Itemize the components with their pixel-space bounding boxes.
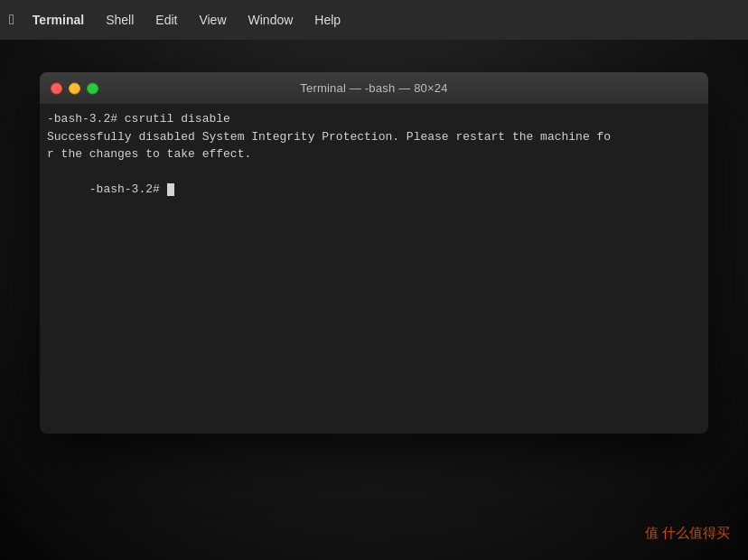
terminal-cursor: [167, 183, 174, 196]
title-bar: Terminal — -bash — 80×24: [40, 72, 708, 105]
window-title: Terminal — -bash — 80×24: [300, 81, 447, 95]
terminal-line-1: -bash-3.2# csrutil disable: [47, 110, 701, 128]
maximize-button[interactable]: [87, 82, 98, 94]
menu-help[interactable]: Help: [305, 9, 350, 31]
watermark-text: 值 什么值得买: [645, 525, 730, 540]
close-button[interactable]: [51, 82, 62, 94]
terminal-line-4: -bash-3.2#: [47, 163, 701, 217]
watermark: 值 什么值得买: [645, 525, 730, 542]
terminal-line-3: r the changes to take effect.: [47, 145, 701, 163]
terminal-line-2: Successfully disabled System Integrity P…: [47, 128, 701, 146]
menu-terminal[interactable]: Terminal: [23, 9, 93, 31]
terminal-window: Terminal — -bash — 80×24 -bash-3.2# csru…: [40, 72, 708, 434]
terminal-prompt: -bash-3.2#: [89, 182, 167, 196]
menubar:  Terminal Shell Edit View Window Help: [0, 0, 748, 40]
menu-edit[interactable]: Edit: [146, 9, 186, 31]
traffic-lights: [51, 82, 98, 94]
menu-window[interactable]: Window: [239, 9, 303, 31]
terminal-content[interactable]: -bash-3.2# csrutil disable Successfully …: [40, 105, 708, 434]
apple-icon[interactable]: : [9, 12, 14, 28]
menu-view[interactable]: View: [190, 9, 235, 31]
menu-shell[interactable]: Shell: [97, 9, 143, 31]
minimize-button[interactable]: [69, 82, 80, 94]
